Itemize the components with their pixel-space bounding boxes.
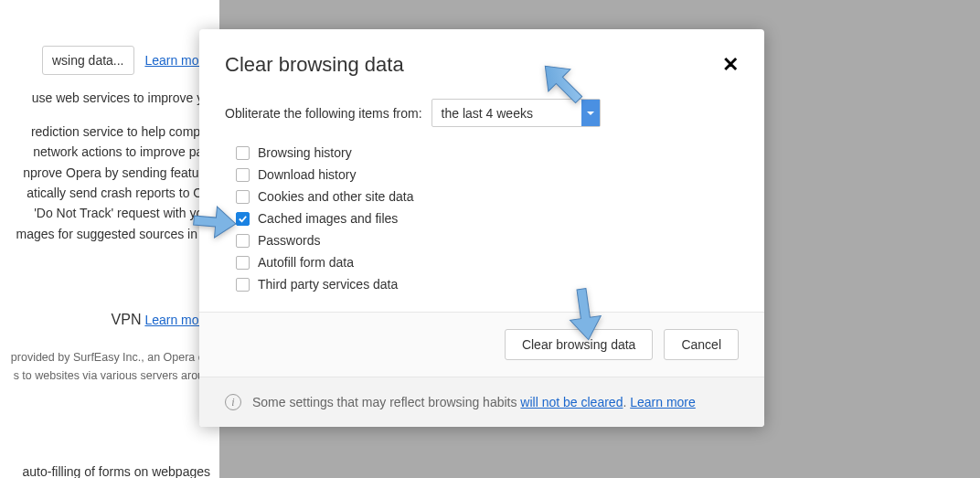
footer-learn-more-link[interactable]: Learn more — [630, 395, 696, 409]
checkbox[interactable] — [236, 278, 250, 292]
checkbox-label: Cached images and files — [258, 211, 398, 226]
checkbox-label: Download history — [258, 167, 356, 182]
dialog-title: Clear browsing data — [225, 53, 404, 77]
cancel-button[interactable]: Cancel — [664, 329, 739, 360]
close-icon[interactable]: ✕ — [722, 55, 739, 75]
clear-data-button[interactable]: Clear browsing data — [505, 329, 654, 360]
clear-browsing-data-dialog: Clear browsing data ✕ Obliterate the fol… — [199, 29, 764, 427]
clear-options-list: Browsing historyDownload historyCookies … — [199, 140, 764, 312]
will-not-be-cleared-link[interactable]: will not be cleared — [520, 395, 623, 409]
checkbox-row[interactable]: Third party services data — [236, 273, 739, 295]
checkbox-row[interactable]: Cookies and other site data — [236, 186, 739, 207]
checkbox-row[interactable]: Download history — [236, 164, 739, 186]
info-icon: i — [225, 394, 241, 410]
checkbox-label: Browsing history — [258, 145, 352, 160]
chevron-down-icon — [581, 100, 600, 126]
checkbox-label: Autofill form data — [258, 255, 354, 270]
dialog-info-footer: i Some settings that may reflect browsin… — [199, 377, 764, 427]
checkbox[interactable] — [236, 190, 250, 204]
checkbox[interactable] — [236, 234, 250, 248]
dialog-action-bar: Clear browsing data Cancel — [199, 312, 764, 377]
time-range-selected-value: the last 4 weeks — [432, 106, 581, 121]
checkbox-label: Cookies and other site data — [258, 189, 413, 204]
footer-text: Some settings that may reflect browsing … — [252, 395, 520, 409]
checkbox-row[interactable]: Passwords — [236, 229, 739, 251]
time-range-label: Obliterate the following items from: — [225, 106, 422, 121]
checkbox-label: Passwords — [258, 233, 320, 248]
time-range-dropdown[interactable]: the last 4 weeks — [431, 99, 601, 127]
checkbox-label: Third party services data — [258, 277, 398, 292]
checkbox-row[interactable]: Cached images and files — [236, 207, 739, 229]
checkbox[interactable] — [236, 168, 250, 182]
checkbox[interactable] — [236, 212, 250, 226]
checkbox-row[interactable]: Autofill form data — [236, 251, 739, 273]
checkbox[interactable] — [236, 256, 250, 270]
checkbox[interactable] — [236, 146, 250, 160]
checkbox-row[interactable]: Browsing history — [236, 142, 739, 164]
